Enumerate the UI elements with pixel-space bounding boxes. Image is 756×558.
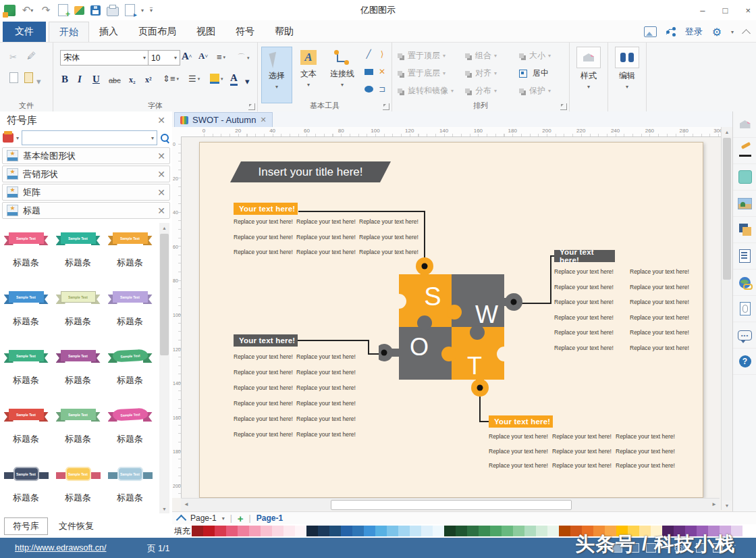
library-search-input[interactable]: ▾ [22, 130, 157, 145]
search-icon[interactable] [160, 133, 169, 143]
paste-icon[interactable] [9, 72, 18, 83]
format-painter-icon[interactable]: 🖉 [27, 51, 36, 61]
library-shape-banner[interactable]: Sample Text标题条 [109, 280, 152, 339]
palette-swatch[interactable] [284, 526, 295, 536]
align-text-icon[interactable]: ≡▾ [217, 52, 225, 62]
placeholder-text[interactable]: Replace your text here! [616, 433, 679, 448]
palette-swatch[interactable] [238, 526, 249, 536]
placeholder-text[interactable]: Replace your text here! [234, 415, 296, 431]
palette-swatch[interactable] [559, 526, 570, 536]
palette-swatch[interactable] [456, 526, 467, 536]
horizontal-scrollbar[interactable]: ◄ ► [181, 498, 720, 511]
placeholder-text[interactable]: Replace your text here! [489, 433, 552, 448]
palette-swatch[interactable] [203, 526, 215, 536]
crop-tool-icon[interactable]: ⊐ [377, 84, 387, 94]
placeholder-text[interactable]: Replace your text here! [234, 234, 296, 249]
palette-swatch[interactable] [261, 526, 272, 536]
placeholder-text[interactable]: Replace your text here! [630, 345, 705, 360]
tab-symbols[interactable]: 符号 [225, 22, 265, 42]
document-tab-close-icon[interactable]: ✕ [260, 116, 266, 124]
bullet-list-icon[interactable]: ☰▾ [188, 74, 200, 84]
library-shape-banner[interactable]: Sample Text标题条 [109, 457, 152, 515]
center-button[interactable]: 居中 [519, 68, 549, 79]
library-shape-banner[interactable]: Sample Text标题条 [57, 398, 100, 457]
placeholder-text[interactable]: Replace your text here! [630, 314, 705, 330]
connection-point-icon[interactable]: ✕ [377, 67, 387, 76]
placeholder-text[interactable]: Replace your text here! [630, 284, 705, 299]
section-close-icon[interactable]: ✕ [157, 187, 165, 198]
palette-swatch[interactable] [524, 526, 536, 536]
palette-swatch[interactable] [502, 526, 513, 536]
palette-swatch[interactable] [318, 526, 329, 536]
callout-label-weaknesses[interactable]: Your text here! [554, 250, 615, 262]
drawing-page[interactable]: Insert your title here! Your text here! … [199, 142, 703, 498]
library-book-icon[interactable] [3, 133, 14, 143]
placeholder-text[interactable]: Replace your text here! [234, 431, 296, 447]
palette-swatch[interactable] [215, 526, 226, 536]
placeholder-text[interactable]: Replace your text here! [630, 299, 705, 314]
palette-swatch[interactable] [192, 526, 203, 536]
panel-tab-symbol-library[interactable]: 符号库 [4, 517, 48, 535]
size-button[interactable]: 大小▾ [519, 50, 551, 61]
callout-label-strengths[interactable]: Your text here! [234, 203, 298, 215]
increase-font-icon[interactable]: A˄ [182, 51, 192, 62]
library-section-basic-shapes[interactable]: ★ 基本绘图形状✕ [2, 147, 170, 164]
superscript-icon[interactable]: x² [145, 75, 152, 85]
palette-swatch[interactable] [329, 526, 341, 536]
placeholder-text[interactable]: Replace your text here! [554, 314, 630, 330]
tab-file[interactable]: 文件 [3, 22, 46, 42]
minimize-button[interactable]: – [700, 5, 705, 16]
edrawsoft-link[interactable]: http://www.edrawsoft.cn/ [15, 543, 106, 553]
placeholder-text[interactable]: Replace your text here! [552, 433, 616, 448]
library-shape-banner[interactable]: Sample Text标题条 [5, 398, 48, 457]
text-tool-button[interactable]: A 文本▾ [293, 47, 324, 103]
placeholder-text[interactable]: Replace your text here! [296, 234, 359, 249]
palette-swatch[interactable] [433, 526, 444, 536]
callout-label-opportunities[interactable]: Your text here! [234, 334, 298, 347]
library-shape-banner[interactable]: Sample Text标题条 [57, 457, 100, 515]
highlight-color-icon[interactable]: ▾ [210, 74, 223, 84]
subscript-icon[interactable]: x₂ [129, 75, 136, 85]
help-panel-icon[interactable]: ? [733, 349, 756, 375]
section-close-icon[interactable]: ✕ [157, 169, 165, 180]
palette-swatch[interactable] [364, 526, 375, 536]
placeholder-text[interactable]: Replace your text here! [296, 400, 359, 415]
export-image-icon[interactable] [644, 26, 657, 37]
placeholder-text[interactable]: Replace your text here! [554, 329, 630, 345]
placeholder-text[interactable]: Replace your text here! [630, 329, 705, 345]
placeholder-text[interactable]: Replace your text here! [552, 448, 616, 463]
swot-puzzle[interactable]: S W O T [379, 253, 524, 411]
v-scrollbar-thumb[interactable] [723, 138, 731, 280]
distribute-button[interactable]: 分布▾ [465, 85, 497, 97]
decrease-font-icon[interactable]: A˅ [198, 51, 208, 61]
share-icon[interactable] [666, 27, 676, 36]
placeholder-text[interactable]: Replace your text here! [296, 431, 359, 447]
undo-icon[interactable]: ↶▾ [22, 4, 34, 16]
placeholder-text[interactable]: Replace your text here! [554, 268, 630, 284]
placeholder-text[interactable]: Replace your text here! [234, 218, 296, 234]
section-close-icon[interactable]: ✕ [157, 205, 165, 216]
placeholder-text[interactable]: Replace your text here! [234, 384, 296, 400]
document-tab[interactable]: SWOT - Autumn ✕ [174, 112, 273, 128]
vertical-scrollbar[interactable]: ▲ ▼ [721, 127, 732, 510]
italic-icon[interactable]: I [78, 74, 82, 85]
print-icon[interactable] [107, 7, 119, 16]
paste-dropdown-icon[interactable]: ▾ [36, 76, 41, 86]
placeholder-text[interactable]: Replace your text here! [616, 462, 679, 477]
placeholder-text[interactable]: Replace your text here! [489, 462, 552, 477]
connector-line[interactable] [550, 255, 551, 304]
title-banner-shape[interactable]: Insert your title here! [230, 161, 391, 182]
library-shape-banner[interactable]: Sample Text标题条 [109, 222, 152, 280]
close-button[interactable]: × [745, 5, 751, 16]
font-color-dropdown-icon[interactable]: ▾ [245, 76, 250, 86]
library-shape-banner[interactable]: Sample Text标题条 [57, 222, 100, 280]
line-tool-icon[interactable]: ╱ [363, 49, 374, 59]
font-family-select[interactable]: 宋体▾ [60, 50, 149, 66]
layers-panel-icon[interactable] [733, 217, 756, 243]
notes-panel-icon[interactable] [733, 243, 756, 270]
scroll-up-icon[interactable]: ▲ [159, 223, 169, 232]
text-arc-icon[interactable]: ⌒▾ [237, 52, 250, 64]
placeholder-text[interactable]: Replace your text here! [359, 234, 422, 249]
library-panel-close-icon[interactable]: ✕ [157, 115, 165, 126]
library-shape-banner[interactable]: Sample Text标题条 [5, 222, 48, 280]
